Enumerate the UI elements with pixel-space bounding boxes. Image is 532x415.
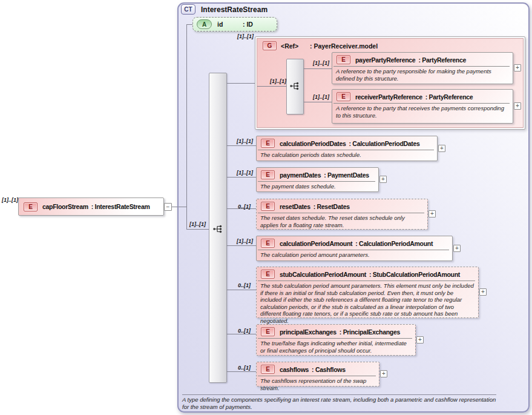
- element-name: payerPartyReference: [355, 56, 415, 64]
- connector-line: [304, 102, 332, 102]
- group-name: <Ref>: [281, 42, 310, 50]
- attribute-name: id: [217, 21, 243, 28]
- expand-button[interactable]: +: [453, 245, 461, 252]
- element-type: : StubCalculationPeriodAmount: [369, 271, 460, 278]
- group-type: : PayerReceiver.model: [310, 42, 378, 50]
- expand-button[interactable]: +: [514, 64, 521, 71]
- element-annotation: The payment dates schedule.: [257, 182, 378, 192]
- element-type: : Cashflows: [312, 366, 346, 373]
- complex-type-annotation: A type defining the components specifiyi…: [182, 396, 501, 411]
- cardinality-label: [1]..[1]: [189, 221, 206, 227]
- connector-line: [227, 145, 256, 146]
- element-badge: E: [261, 202, 275, 211]
- element-name: capFloorStream: [42, 203, 88, 210]
- complex-type-title: InterestRateStream: [201, 5, 268, 14]
- expand-button[interactable]: +: [429, 210, 436, 217]
- element-name: resetDates: [280, 203, 310, 210]
- expand-button[interactable]: +: [514, 102, 521, 110]
- element-annotation: A reference to the party that receives t…: [332, 104, 513, 121]
- element-annotation: The reset dates schedule. The reset date…: [257, 213, 427, 230]
- element-badge: E: [261, 239, 275, 248]
- element-cashflows[interactable]: E cashflows : Cashflows The cashflows re…: [256, 362, 379, 387]
- collapse-button[interactable]: −: [164, 203, 172, 211]
- element-name: calculationPeriodDates: [280, 140, 346, 147]
- element-payerpartyreference[interactable]: E payerPartyReference : PartyReference A…: [332, 52, 513, 84]
- cardinality-label: [1]..[1]: [313, 94, 329, 100]
- element-annotation: The cashflows representation of the swap…: [257, 376, 379, 393]
- element-annotation: The stub calculation period amount param…: [257, 281, 478, 326]
- element-resetdates[interactable]: E resetDates : ResetDates The reset date…: [256, 199, 428, 230]
- element-type: : CalculationPeriodAmount: [355, 240, 433, 247]
- connector-line: [227, 83, 255, 84]
- element-badge: E: [261, 327, 275, 336]
- xsd-diagram: CT InterestRateStream A type defining th…: [0, 0, 532, 415]
- cardinality-label: [1]..[1]: [237, 238, 253, 244]
- element-badge: E: [337, 92, 350, 101]
- element-name: cashflows: [280, 366, 309, 373]
- element-name: receiverPartyReference: [355, 93, 422, 101]
- connector-line: [227, 334, 256, 334]
- connector-line: [227, 290, 256, 290]
- element-calculationperioddates[interactable]: E calculationPeriodDates : CalculationPe…: [256, 136, 438, 161]
- connector-line: [186, 229, 209, 230]
- element-annotation: The calculation periods dates schedule.: [257, 150, 437, 161]
- element-type: : PaymentDates: [324, 171, 369, 179]
- element-stubcalculationperiodamount[interactable]: E stubCalculationPeriodAmount : StubCalc…: [256, 267, 479, 318]
- element-annotation: The true/false flags indicating whether …: [257, 339, 415, 356]
- connector-line: [304, 68, 332, 69]
- element-type: : ResetDates: [314, 203, 350, 210]
- complex-type-badge: CT: [181, 4, 195, 15]
- connector-line: [186, 24, 187, 230]
- complex-type-header: CT InterestRateStream: [181, 4, 268, 15]
- element-paymentdates[interactable]: E paymentDates : PaymentDates The paymen…: [256, 167, 379, 192]
- cardinality-label: 0..[1]: [238, 282, 251, 288]
- element-name: calculationPeriodAmount: [280, 240, 352, 247]
- connector-line: [257, 86, 286, 87]
- element-capfloorstream[interactable]: E capFloorStream : InterestRateStream: [18, 198, 164, 216]
- element-name: stubCalculationPeriodAmount: [280, 271, 366, 278]
- element-type: : InterestRateStream: [91, 203, 150, 210]
- cardinality-label: [1]..[1]: [2, 197, 18, 203]
- annotation-divider: [182, 394, 496, 395]
- expand-button[interactable]: +: [379, 176, 387, 183]
- attribute-type: : ID: [243, 21, 253, 28]
- sequence-icon: [212, 225, 223, 233]
- element-receiverpartyreference[interactable]: E receiverPartyReference : PartyReferenc…: [332, 89, 513, 124]
- sequence-icon: [289, 82, 300, 90]
- cardinality-label: [1]..[1]: [237, 170, 253, 176]
- element-calculationperiodamount[interactable]: E calculationPeriodAmount : CalculationP…: [256, 236, 453, 261]
- element-badge: E: [24, 202, 38, 211]
- element-principalexchanges[interactable]: E principalExchanges : PrincipalExchange…: [256, 324, 416, 356]
- attribute-id[interactable]: A id : ID: [192, 17, 277, 32]
- group-badge: G: [263, 41, 277, 50]
- element-badge: E: [337, 55, 350, 64]
- element-type: : PrincipalExchanges: [340, 328, 400, 336]
- connector-line: [227, 371, 256, 372]
- cardinality-label: [1]..[1]: [237, 33, 254, 39]
- connector-line: [227, 177, 256, 178]
- element-type: : PartyReference: [425, 93, 473, 101]
- attribute-badge: A: [197, 19, 212, 29]
- expand-button[interactable]: +: [438, 145, 445, 152]
- connector-line: [179, 207, 186, 207]
- element-annotation: The calculation period amount parameters…: [257, 250, 452, 261]
- element-type: : PartyReference: [418, 56, 466, 64]
- cardinality-label: [1]..[1]: [313, 60, 329, 66]
- element-badge: E: [261, 270, 275, 279]
- expand-button[interactable]: +: [380, 370, 387, 377]
- expand-button[interactable]: +: [479, 288, 487, 296]
- element-badge: E: [261, 170, 275, 179]
- group-header: G <Ref> : PayerReceiver.model: [257, 39, 523, 50]
- connector-line: [227, 245, 256, 246]
- element-type: : CalculationPeriodDates: [349, 140, 420, 147]
- expand-button[interactable]: +: [416, 336, 424, 344]
- connector-line: [172, 207, 178, 207]
- cardinality-label: 0..[1]: [238, 365, 251, 371]
- element-name: principalExchanges: [280, 328, 337, 336]
- cardinality-label: 0..[1]: [238, 204, 251, 210]
- element-badge: E: [261, 365, 275, 374]
- cardinality-label: [1]..[1]: [270, 78, 286, 84]
- element-name: paymentDates: [280, 171, 321, 179]
- element-annotation: A reference to the party responsible for…: [332, 67, 513, 84]
- cardinality-label: [1]..[1]: [237, 138, 253, 144]
